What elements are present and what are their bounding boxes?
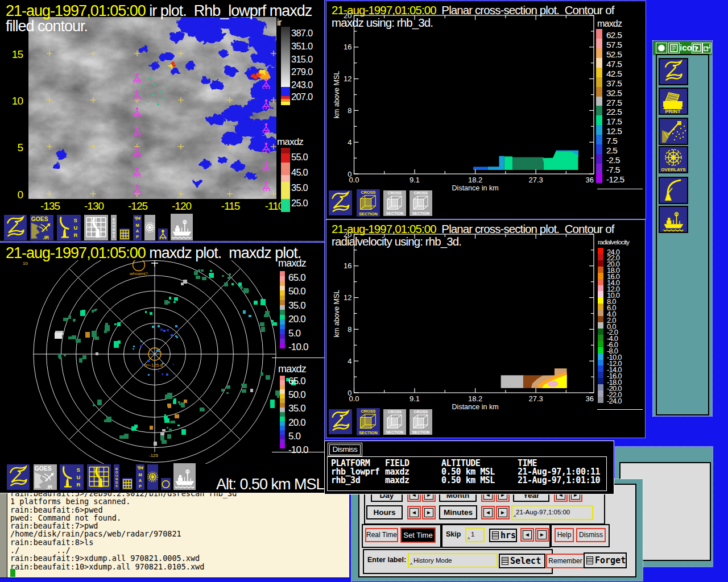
colorbar-swatch: [280, 385, 285, 389]
hours-button[interactable]: Hours: [366, 505, 403, 519]
ppi-radar-display[interactable]: whoami?b=-125-810-125: [0, 260, 324, 464]
colorbar-swatch: [280, 430, 285, 435]
colorbar-swatch: [280, 296, 285, 301]
print-palette-button[interactable]: [659, 88, 688, 115]
satellite-image[interactable]: [28, 17, 276, 199]
y-tick-label: 4: [348, 357, 351, 365]
grid3-icon: [119, 228, 130, 240]
forget-button[interactable]: Forget: [584, 552, 627, 568]
time-value-field[interactable]: 21-Aug-97,1:05:00^: [511, 505, 593, 520]
remember-button[interactable]: Remember: [546, 554, 585, 568]
zebra-icon: [4, 215, 27, 240]
real-time-button[interactable]: Real Time: [365, 528, 398, 542]
colorbar-value: 351.0: [291, 41, 312, 52]
sur-radar-button[interactable]: [59, 464, 84, 490]
map-overlay-button[interactable]: [135, 464, 145, 490]
cross-section-button-3[interactable]: [409, 190, 433, 217]
skip-units-button[interactable]: hrs: [489, 529, 517, 542]
resize-button[interactable]: [702, 43, 712, 53]
goes-ir-button[interactable]: [33, 464, 57, 490]
xterm-terminal[interactable]: rain:beaufait:5>/zeb96.2.s012/bin/dsresc…: [0, 488, 349, 578]
title-timestamp: 21-aug-1997,01:05:00: [332, 222, 436, 235]
colorbar-swatch: [596, 58, 602, 68]
colorbar-segment: [281, 102, 290, 105]
cross-section-button-1[interactable]: [356, 189, 380, 217]
dish-palette-button[interactable]: [659, 177, 688, 204]
sur-radar-button[interactable]: [56, 214, 81, 241]
colorbar-swatch: [598, 372, 603, 378]
select-button[interactable]: Select: [499, 554, 545, 568]
skip-increment-spinner[interactable]: ►: [535, 528, 549, 542]
cross-section-button-3[interactable]: [409, 409, 433, 435]
minutes-button[interactable]: Minutes: [439, 505, 477, 519]
colorbar-swatch: [280, 271, 285, 276]
grid-overlay-button[interactable]: [119, 228, 130, 241]
colorbar-value: 50.0: [288, 389, 305, 401]
azimuth-dial-button[interactable]: [147, 464, 159, 490]
colorbar-swatch: [598, 347, 603, 354]
y-tick-label: 16: [344, 261, 351, 270]
colorbar-value: 5.0: [288, 328, 300, 339]
station-overlay-button[interactable]: [158, 228, 168, 241]
colorbar-value: 32.5: [606, 88, 622, 98]
zebra-menu-button[interactable]: [6, 464, 30, 490]
window-maxdz-ppi: 21-aug-1997,01:05:00 maxdz plot. maxdz p…: [0, 243, 324, 493]
zebra-palette-button[interactable]: [659, 58, 688, 85]
spray-palette-button[interactable]: [659, 118, 688, 145]
x-tick-label: 9.1: [410, 394, 420, 403]
menu-button[interactable]: [668, 43, 680, 53]
colorbar-swatch: [280, 394, 285, 398]
cross-section-button-1[interactable]: [356, 408, 380, 436]
goes-ir-button[interactable]: [30, 214, 54, 241]
help-button[interactable]: Help: [555, 528, 574, 542]
colorbar-swatch: [280, 412, 285, 417]
cross-section-button-2[interactable]: [383, 409, 407, 435]
grid3-icon: [122, 478, 133, 490]
dismiss-button[interactable]: Dismiss: [328, 443, 362, 456]
title-text: Planar cross-section plot. Contour of: [436, 222, 614, 235]
ship-palette-button[interactable]: [659, 206, 688, 233]
colorbar-swatch: [596, 115, 602, 125]
radar-grid-button[interactable]: [86, 464, 111, 490]
colorbar-rule: [597, 189, 643, 189]
dismiss-button[interactable]: Dismiss: [576, 528, 606, 542]
svg-text:whoami?: whoami?: [129, 271, 148, 276]
hours-decrement-spinner[interactable]: ◄: [407, 506, 421, 519]
colorbar-swatch: [280, 389, 285, 394]
bounds-button[interactable]: [110, 214, 117, 241]
set-time-button[interactable]: Set Time: [400, 527, 436, 543]
cross-section-button-2[interactable]: [383, 190, 407, 217]
colorbar-value: 207.0: [291, 92, 312, 102]
colorbar-swatch: [280, 329, 285, 334]
ship-track-button[interactable]: [173, 463, 196, 490]
terminal-scrollbar[interactable]: [0, 488, 7, 577]
colorbar-value: 52.5: [606, 49, 622, 60]
colorbar-swatch: [280, 421, 285, 426]
radar-grid-button[interactable]: [84, 214, 109, 241]
colorbar-swatch: [596, 48, 602, 58]
label-value-field[interactable]: History Mode^: [408, 553, 498, 568]
minutes-increment-spinner[interactable]: ►: [496, 506, 510, 519]
map-overlay-button[interactable]: [133, 214, 142, 241]
zebra-menu-button[interactable]: [3, 214, 27, 241]
ship-track-button[interactable]: [170, 213, 193, 241]
title-timestamp: 21-aug-1997,01:05:00: [332, 3, 436, 16]
skip-value-field[interactable]: 1^: [465, 527, 485, 542]
zebra-menu-button[interactable]: [328, 409, 353, 435]
focus-button[interactable]: [692, 43, 702, 53]
palette-titlebar[interactable]: icon: [653, 41, 712, 55]
overlays-palette-button[interactable]: [659, 146, 688, 173]
skip-decrement-spinner[interactable]: ◄: [520, 528, 534, 542]
minutes-decrement-spinner[interactable]: ◄: [481, 506, 495, 519]
colorbar-swatch: [598, 397, 603, 403]
map-icon: [136, 464, 144, 490]
hours-increment-spinner[interactable]: ►: [422, 506, 436, 519]
range-ring-button[interactable]: [160, 477, 171, 490]
colorbar-swatch: [596, 144, 602, 154]
grid-overlay-button[interactable]: [122, 477, 133, 490]
iconify-button[interactable]: [656, 43, 667, 53]
cross-icon: [383, 190, 406, 216]
azimuth-dial-button[interactable]: [144, 214, 156, 241]
bounds-button[interactable]: [113, 464, 120, 490]
zebra-menu-button[interactable]: [328, 190, 353, 216]
